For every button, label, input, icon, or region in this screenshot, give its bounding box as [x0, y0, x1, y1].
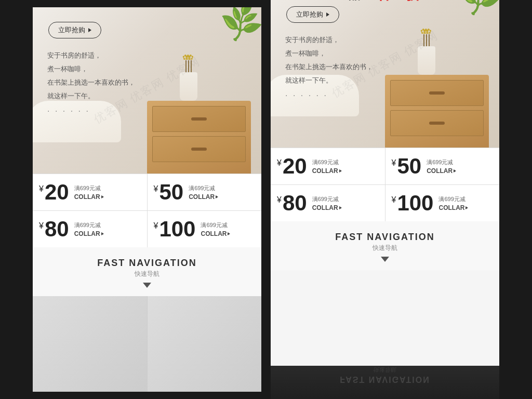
condition-3: 满699元减: [74, 221, 104, 229]
coupon-80-right[interactable]: ¥ 80 满699元减 COLLAR: [271, 185, 385, 221]
drawer-2: [152, 136, 246, 162]
hero-dots-r: · · · · · ·: [285, 87, 373, 104]
coupon-info-r4: 满699元减 COLLAR: [438, 195, 468, 211]
thumb-2: [148, 296, 262, 392]
currency-r1: ¥: [277, 158, 282, 168]
coupon-info-3: 满699元减 COLLAR: [74, 221, 104, 237]
nav-title-zh-right: 快速导航: [271, 244, 499, 252]
label-arrow-1: [101, 195, 104, 198]
condition-1: 满699元减: [74, 184, 104, 192]
promo-prefix: 品: [349, 0, 361, 2]
thumb-1: [33, 296, 147, 392]
hero-text-left: 安于书房的舒适， 煮一杯咖啡， 在书架上挑选一本喜欢的书， 就这样一下午。 · …: [47, 49, 135, 119]
currency-1: ¥: [39, 184, 44, 194]
label-arrow-r4: [466, 206, 468, 209]
drawer-2-right: [390, 110, 484, 136]
reflect-nav-en: FAST NAVIGATION: [271, 375, 499, 384]
label-3: COLLAR: [74, 230, 104, 237]
label-arrow-r1: [339, 169, 342, 172]
coupon-50-left[interactable]: ¥ 50 满699元减 COLLAR: [148, 174, 262, 210]
vase: [178, 64, 199, 101]
coupon-100-right[interactable]: ¥ 100 满699元减 COLLAR: [385, 185, 500, 221]
coupon-100-left[interactable]: ¥ 100 满699元减 COLLAR: [148, 211, 262, 247]
hero-section-left: 🌿 立即抢购 安于书房的舒适， 煮一杯咖啡， 在书架上挑选一本喜欢的书，: [33, 7, 261, 174]
hero-line4: 就这样一下午。: [47, 89, 135, 103]
left-phone-panel: 🌿 立即抢购 安于书房的舒适， 煮一杯咖啡， 在书架上挑选一本喜欢的书，: [33, 7, 261, 392]
condition-4: 满699元减: [201, 221, 230, 229]
cta-arrow-left: [88, 28, 91, 32]
reflection: FAST NAVIGATION 快速导航: [271, 366, 499, 399]
coupon-20-left[interactable]: ¥ 20 满699元减 COLLAR: [33, 174, 147, 210]
amount-3: 80: [45, 218, 69, 240]
amount-2: 50: [159, 181, 183, 203]
nav-title-en-left: FAST NAVIGATION: [33, 258, 261, 269]
currency-r4: ¥: [392, 195, 396, 205]
condition-r2: 满699元减: [427, 158, 456, 166]
hero-line1-r: 安于书房的舒适，: [285, 33, 373, 47]
hero-line3: 在书架上挑选一本喜欢的书，: [47, 76, 135, 89]
coupon-grid-right: ¥ 20 满699元减 COLLAR ¥ 50 满699元减 COLLAR ¥ …: [271, 148, 499, 221]
coupon-50-right[interactable]: ¥ 50 满699元减 COLLAR: [385, 148, 500, 184]
cta-label-left: 立即抢购: [58, 25, 85, 35]
hero-line2-r: 煮一杯咖啡，: [285, 47, 373, 60]
currency-r3: ¥: [277, 195, 282, 205]
hero-text-right: 安于书房的舒适， 煮一杯咖啡， 在书架上挑选一本喜欢的书， 就这样一下午。 · …: [285, 33, 373, 104]
drawer-1-right: [390, 80, 484, 106]
condition-r1: 满699元减: [312, 158, 342, 166]
label-4: COLLAR: [201, 230, 230, 237]
hero-line2: 煮一杯咖啡，: [47, 62, 135, 76]
vase-right: [416, 38, 437, 75]
coupon-80-left[interactable]: ¥ 80 满699元减 COLLAR: [33, 211, 147, 247]
cta-label-right: 立即抢购: [296, 10, 323, 19]
amount-r3: 80: [283, 192, 307, 214]
nav-section-right: FAST NAVIGATION 快速导航: [271, 221, 499, 270]
label-arrow-r3: [339, 206, 342, 209]
label-r4: COLLAR: [438, 204, 468, 211]
reflection-content: FAST NAVIGATION 快速导航: [271, 366, 499, 386]
label-r1: COLLAR: [312, 167, 342, 175]
currency-3: ¥: [39, 221, 44, 231]
hero-line4-r: 就这样一下午。: [285, 74, 373, 87]
cta-arrow-right: [326, 12, 329, 17]
cta-button-left[interactable]: 立即抢购: [48, 22, 101, 38]
right-phone-panel: 品21件.8折 🌿 立即抢购: [271, 0, 499, 366]
condition-2: 满699元减: [189, 184, 218, 192]
nav-down-arrow-right[interactable]: [381, 257, 389, 262]
coupon-20-right[interactable]: ¥ 20 满699元减 COLLAR: [271, 148, 385, 184]
coupon-info-r1: 满699元减 COLLAR: [312, 158, 342, 175]
hero-line3-r: 在书架上挑选一本喜欢的书，: [285, 60, 373, 74]
coupon-info-r2: 满699元减 COLLAR: [427, 158, 456, 175]
cta-button-right[interactable]: 立即抢购: [286, 6, 339, 23]
condition-r3: 满699元减: [312, 195, 342, 203]
label-2: COLLAR: [189, 193, 218, 201]
hero-line1: 安于书房的舒适，: [47, 49, 135, 62]
hero-section-right: 品21件.8折 🌿 立即抢购: [271, 0, 499, 148]
label-arrow-2: [216, 195, 218, 198]
coupon-info-1: 满699元减 COLLAR: [74, 184, 104, 201]
currency-2: ¥: [154, 184, 158, 194]
vase-body-right: [418, 46, 435, 75]
drawer-1: [152, 106, 246, 132]
label-arrow-3: [101, 232, 104, 235]
coupon-info-4: 满699元减 COLLAR: [201, 221, 230, 237]
amount-r2: 50: [397, 155, 421, 177]
coupon-info-r3: 满699元减 COLLAR: [312, 195, 342, 211]
amount-r4: 100: [397, 192, 433, 214]
amount-r1: 20: [283, 155, 307, 177]
nav-down-arrow-left[interactable]: [143, 283, 151, 288]
promo-text: 21件.8折: [361, 0, 421, 2]
label-r3: COLLAR: [312, 204, 342, 211]
vase-body: [180, 72, 197, 101]
label-r2: COLLAR: [427, 167, 456, 175]
nav-title-zh-left: 快速导航: [33, 270, 261, 278]
nav-section-left: FAST NAVIGATION 快速导航: [33, 247, 261, 296]
reflect-nav-zh: 快速导航: [271, 366, 499, 374]
nightstand: [147, 101, 251, 174]
label-arrow-4: [228, 232, 230, 235]
nav-title-en-right: FAST NAVIGATION: [271, 232, 499, 243]
hero-dots: · · · · · ·: [47, 103, 135, 119]
nightstand-right: [385, 75, 489, 148]
condition-r4: 满699元减: [438, 195, 468, 203]
currency-r2: ¥: [392, 158, 396, 168]
coupon-grid-left: ¥ 20 满699元减 COLLAR ¥ 50 满699元减 COLLAR ¥ …: [33, 174, 261, 247]
